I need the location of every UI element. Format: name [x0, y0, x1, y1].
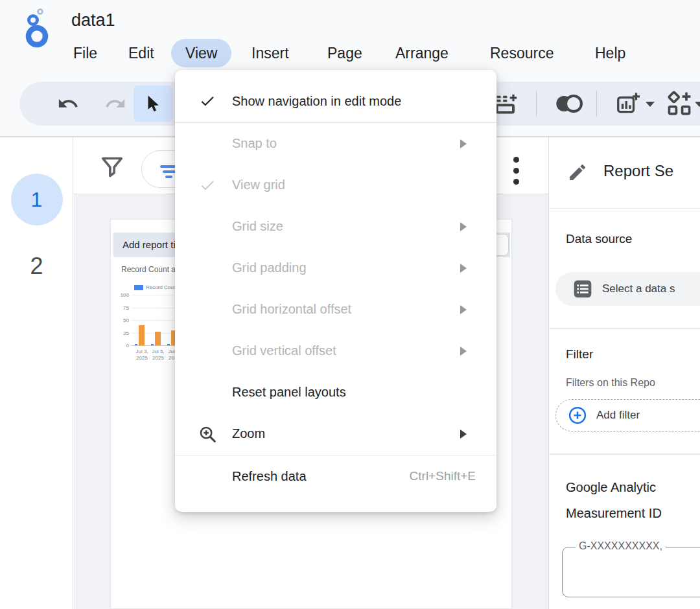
filter-subheading: Filters on this Repo — [566, 377, 655, 389]
menubar: FileEditViewInsertPageArrangeResourceHel… — [0, 39, 700, 69]
ga-field-label: G-XXXXXXXXXX, — [576, 540, 666, 552]
chart-bar — [155, 332, 161, 345]
menu-item-zoom[interactable]: Zoom — [175, 413, 496, 455]
legend-swatch — [134, 285, 143, 290]
redo-button[interactable] — [104, 92, 127, 115]
submenu-arrow-icon — [460, 264, 467, 273]
y-axis-tick-label: 50 — [111, 317, 129, 323]
add-control-dropdown-caret[interactable] — [695, 102, 700, 107]
chart-bar — [151, 344, 154, 345]
chart-bar — [139, 325, 145, 345]
y-axis-tick-label: 100 — [111, 292, 129, 298]
menu-insert[interactable]: Insert — [251, 39, 289, 67]
filter-heading: Filter — [566, 347, 593, 362]
toolbar-divider — [536, 91, 537, 117]
add-filter-label: Add filter — [596, 409, 640, 422]
menu-item-grid-vertical-offset: Grid vertical offset — [175, 330, 496, 372]
menu-help[interactable]: Help — [595, 39, 625, 67]
edit-pencil-icon — [567, 162, 588, 183]
data-source-icon — [572, 279, 593, 299]
chart-bar — [167, 344, 170, 345]
legend-label: Record Count — [146, 284, 178, 290]
menu-page[interactable]: Page — [327, 39, 362, 67]
menu-item-reset-panel-layouts[interactable]: Reset panel layouts — [175, 372, 496, 413]
zoom-in-icon — [193, 424, 222, 444]
menu-item-label: View grid — [232, 178, 285, 192]
submenu-arrow-icon — [460, 222, 467, 231]
menu-item-label: Grid padding — [232, 260, 307, 275]
filter-funnel-icon[interactable] — [100, 155, 124, 179]
y-axis-tick-label: 25 — [111, 330, 129, 336]
menu-item-label: Zoom — [232, 426, 265, 441]
menu-item-refresh-data[interactable]: Refresh dataCtrl+Shift+E — [175, 455, 496, 497]
chart-bar — [135, 344, 137, 345]
blend-data-button[interactable] — [552, 92, 585, 115]
legend-item: Record Count — [134, 284, 178, 290]
data-source-heading: Data source — [566, 232, 632, 246]
submenu-arrow-icon — [460, 139, 467, 148]
section-divider — [549, 454, 700, 455]
undo-button[interactable] — [56, 92, 80, 115]
menu-view[interactable]: View — [171, 39, 231, 67]
select-data-source-button[interactable]: Select a data s — [555, 272, 700, 306]
menu-item-label: Snap to — [232, 136, 277, 151]
toolbar-divider — [596, 91, 597, 117]
add-chart-dropdown-caret[interactable] — [646, 102, 655, 107]
menu-item-grid-padding: Grid padding — [175, 247, 496, 289]
more-options-button[interactable] — [513, 157, 520, 190]
checkmark-icon — [193, 93, 222, 109]
add-filter-button[interactable]: Add filter — [555, 399, 700, 431]
menu-item-snap-to: Snap to — [175, 123, 496, 165]
page-thumbnail-2[interactable]: 2 — [0, 253, 73, 280]
ga-measurement-heading: Google Analytic Measurement ID — [566, 474, 662, 526]
select-data-source-label: Select a data s — [602, 282, 675, 295]
panel-title: Report Se — [603, 162, 673, 180]
menu-file[interactable]: File — [73, 39, 97, 67]
add-chart-button[interactable] — [614, 92, 640, 115]
y-axis-tick-label: 0 — [111, 343, 129, 349]
checkmark-icon — [193, 177, 222, 194]
menu-item-label: Grid size — [232, 219, 283, 234]
submenu-arrow-icon — [460, 430, 467, 439]
section-divider — [549, 328, 700, 329]
y-axis-tick-label: 75 — [111, 305, 129, 311]
ga-measurement-id-field[interactable]: G-XXXXXXXXXX, — [562, 547, 700, 597]
menu-item-label: Reset panel layouts — [232, 385, 346, 400]
menu-item-label: Grid horizontal offset — [232, 302, 351, 317]
filter-lines-icon — [165, 176, 172, 178]
plus-circle-icon — [568, 406, 587, 425]
menu-item-shortcut: Ctrl+Shift+E — [410, 469, 476, 483]
page-navigation: 12 — [0, 137, 73, 609]
menu-item-view-grid: View grid — [175, 165, 496, 206]
filter-lines-icon — [163, 170, 176, 173]
menu-item-show-navigation-in-edit-mode[interactable]: Show navigation in edit mode — [175, 80, 496, 122]
select-tool-button[interactable] — [134, 86, 172, 122]
add-data-button[interactable] — [494, 92, 517, 115]
submenu-arrow-icon — [460, 305, 467, 314]
page-thumbnail-1[interactable]: 1 — [0, 174, 73, 225]
submenu-arrow-icon — [460, 347, 467, 356]
menu-resource[interactable]: Resource — [490, 39, 554, 67]
menu-item-label: Grid vertical offset — [232, 343, 336, 358]
panel-header: Report Se — [549, 137, 700, 209]
menu-edit[interactable]: Edit — [128, 39, 154, 67]
menu-item-label: Show navigation in edit mode — [232, 94, 401, 109]
menu-arrange[interactable]: Arrange — [395, 39, 449, 67]
add-control-button[interactable] — [664, 92, 695, 115]
report-settings-panel: Report Se Data source Select a data s Fi… — [548, 137, 700, 609]
menu-item-grid-size: Grid size — [175, 206, 496, 247]
view-dropdown-menu: Show navigation in edit modeSnap toView … — [175, 70, 496, 512]
menu-item-label: Refresh data — [232, 469, 307, 484]
menu-item-grid-horizontal-offset: Grid horizontal offset — [175, 289, 496, 330]
document-title[interactable]: data1 — [71, 10, 115, 30]
